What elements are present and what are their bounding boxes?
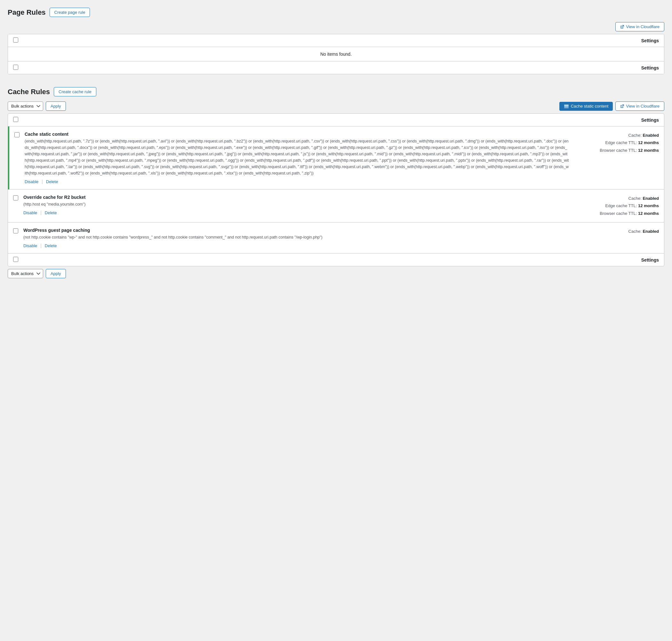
cache-rule-checkbox-2[interactable] (13, 228, 18, 233)
cache-rule-conditions-2: (not http.cookie contains "wp-" and not … (23, 234, 569, 241)
svg-rect-2 (564, 107, 569, 108)
page-rules-section: Page Rules Create page rule View in Clou… (8, 8, 664, 74)
apply-button-bottom[interactable]: Apply (46, 269, 66, 278)
cache-rule-actions-1: Disable | Delete (23, 210, 569, 215)
cache-rules-table-header: Settings (8, 114, 664, 126)
page-rules-table-footer: Settings (8, 62, 664, 74)
page-rules-empty-message: No items found. (8, 47, 664, 62)
delete-link-1[interactable]: Delete (45, 210, 57, 215)
cache-rules-table-footer: Settings (8, 254, 664, 266)
cache-rules-select-all-top[interactable] (13, 117, 18, 122)
apply-button-top[interactable]: Apply (46, 101, 66, 111)
cache-static-content-button[interactable]: Cache static content (559, 102, 613, 111)
page-rules-view-cloudflare-button[interactable]: View in Cloudflare (615, 22, 664, 31)
page-rules-settings-header: Settings (23, 38, 659, 43)
cache-rules-section: Cache Rules Create cache rule Bulk actio… (8, 87, 664, 278)
cache-rule-meta-2: Cache: Enabled (569, 228, 659, 235)
page-rules-settings-footer: Settings (23, 65, 659, 70)
bulk-actions-select-top[interactable]: Bulk actions (8, 101, 43, 111)
cache-rule-title-0: Cache static content (25, 132, 569, 137)
page-rules-title: Page Rules (8, 8, 46, 17)
cache-rule-actions-2: Disable | Delete (23, 243, 569, 248)
page-rules-table-header: Settings (8, 34, 664, 47)
external-link-icon-cache (620, 104, 624, 108)
cache-rules-toolbar-bottom: Bulk actions Apply (8, 269, 664, 278)
cache-rule-title-1: Override cache for R2 bucket (23, 195, 569, 200)
cache-rule-meta-1: Cache: Enabled Edge cache TTL: 12 months… (569, 195, 659, 217)
stack-icon (564, 104, 569, 109)
cache-rule-content-0: Cache static content (ends_with(http.req… (25, 132, 569, 184)
create-page-rule-button[interactable]: Create page rule (50, 8, 90, 17)
delete-link-0[interactable]: Delete (46, 179, 58, 184)
toolbar-left-bottom: Bulk actions Apply (8, 269, 66, 278)
cache-rule-checkbox-1[interactable] (13, 195, 18, 201)
cache-rule-checkbox-0[interactable] (14, 132, 19, 137)
cache-rule-content-2: WordPress guest page caching (not http.c… (23, 228, 569, 248)
cache-rule-conditions-1: (http.host eq "media.yoursite.com") (23, 201, 569, 207)
svg-rect-0 (564, 105, 569, 106)
cache-rule-item-cache-static-content: Cache static content (ends_with(http.req… (8, 126, 664, 190)
toolbar-left-top: Bulk actions Apply (8, 101, 66, 111)
cache-rules-table: Settings Cache static content (ends_with… (8, 113, 664, 267)
cache-rule-conditions-0: (ends_with(http.request.uri.path, ".7z")… (25, 138, 569, 176)
page-rules-header: Page Rules Create page rule (8, 8, 664, 17)
cache-rule-actions-0: Disable | Delete (25, 179, 569, 184)
cache-rule-meta-0: Cache: Enabled Edge cache TTL: 12 months… (569, 132, 659, 154)
cache-rule-title-2: WordPress guest page caching (23, 228, 569, 233)
toolbar-right-top: Cache static content View in Cloudflare (559, 101, 664, 111)
cache-rules-settings-header: Settings (23, 118, 659, 123)
cache-rules-view-cloudflare-button[interactable]: View in Cloudflare (615, 101, 664, 111)
cache-rule-item-wordpress-guest: WordPress guest page caching (not http.c… (8, 222, 664, 254)
svg-rect-1 (564, 106, 569, 107)
cache-rule-item-override-r2: Override cache for R2 bucket (http.host … (8, 190, 664, 222)
external-link-icon (620, 25, 624, 29)
cache-rules-toolbar-top: Bulk actions Apply Cache static content … (8, 101, 664, 111)
bulk-actions-select-bottom[interactable]: Bulk actions (8, 269, 43, 278)
cache-rules-settings-footer: Settings (23, 257, 659, 262)
delete-link-2[interactable]: Delete (45, 243, 57, 248)
create-cache-rule-button[interactable]: Create cache rule (54, 87, 96, 96)
disable-link-2[interactable]: Disable (23, 243, 37, 248)
page-rules-table: Settings No items found. Settings (8, 34, 664, 74)
cache-rules-header: Cache Rules Create cache rule (8, 87, 664, 96)
disable-link-1[interactable]: Disable (23, 210, 37, 215)
disable-link-0[interactable]: Disable (25, 179, 38, 184)
cache-rules-select-all-bottom[interactable] (13, 257, 18, 262)
cache-rule-content-1: Override cache for R2 bucket (http.host … (23, 195, 569, 215)
page-rules-select-all-bottom[interactable] (13, 65, 18, 70)
page-rules-select-all-top[interactable] (13, 38, 18, 43)
cache-rules-title: Cache Rules (8, 88, 50, 96)
